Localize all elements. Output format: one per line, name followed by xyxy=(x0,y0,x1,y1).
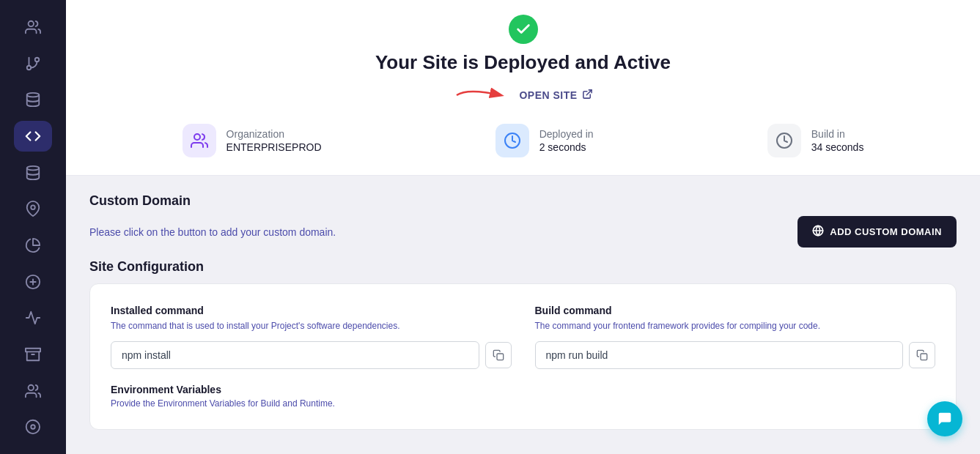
deployed-label: Deployed in xyxy=(539,128,594,140)
build-icon-wrap xyxy=(767,124,801,157)
org-value: ENTERPRISEPROD xyxy=(226,141,322,153)
build-command-desc: The command your frontend framework prov… xyxy=(535,319,936,332)
deployed-value: 2 seconds xyxy=(539,141,594,153)
config-card: Installed command The command that is us… xyxy=(89,283,957,430)
install-command-label: Installed command xyxy=(111,305,512,316)
build-command-input[interactable] xyxy=(535,341,904,369)
svg-point-13 xyxy=(31,425,35,429)
custom-domain-section: Custom Domain Please click on the button… xyxy=(89,193,957,248)
sidebar xyxy=(0,0,66,454)
install-command-copy-button[interactable] xyxy=(485,342,512,368)
svg-point-0 xyxy=(29,21,34,26)
chat-bubble-button[interactable] xyxy=(927,401,962,436)
env-variables-section: Environment Variables Provide the Enviro… xyxy=(111,384,935,409)
sidebar-item-branches[interactable] xyxy=(14,48,52,79)
sidebar-item-code[interactable] xyxy=(14,121,52,152)
svg-point-5 xyxy=(27,165,40,170)
open-site-label: OPEN SITE xyxy=(519,89,577,101)
sidebar-item-users[interactable] xyxy=(14,12,52,42)
build-command-field: Build command The command your frontend … xyxy=(535,305,936,369)
add-domain-label: ADD CUSTOM DOMAIN xyxy=(830,226,942,237)
custom-domain-desc: Please click on the button to add your c… xyxy=(89,226,336,238)
external-link-icon xyxy=(582,89,593,102)
install-command-input[interactable] xyxy=(111,341,479,369)
env-variables-label: Environment Variables xyxy=(111,384,935,395)
install-command-row xyxy=(111,341,512,369)
build-command-row xyxy=(535,341,936,369)
hero-section: Your Site is Deployed and Active OPEN SI… xyxy=(66,0,980,176)
svg-rect-21 xyxy=(921,354,927,360)
sidebar-item-layers[interactable] xyxy=(14,157,52,188)
sidebar-item-dollar[interactable] xyxy=(14,267,52,297)
org-icon-wrap xyxy=(183,124,216,157)
svg-point-12 xyxy=(29,384,34,390)
install-command-desc: The command that is used to install your… xyxy=(111,319,512,332)
stats-row: Organization ENTERPRISEPROD Deployed in … xyxy=(95,124,951,157)
svg-rect-10 xyxy=(26,349,40,352)
sidebar-item-database[interactable] xyxy=(14,84,52,115)
build-label: Build in xyxy=(811,128,864,140)
svg-point-15 xyxy=(194,134,200,140)
build-command-copy-button[interactable] xyxy=(909,342,935,368)
open-site-link[interactable]: OPEN SITE xyxy=(519,89,592,102)
open-site-row: OPEN SITE xyxy=(453,84,592,106)
sidebar-item-analytics[interactable] xyxy=(14,302,52,333)
deployed-check-icon xyxy=(509,15,538,44)
content-area: Custom Domain Please click on the button… xyxy=(66,176,980,454)
svg-point-4 xyxy=(27,93,40,97)
sidebar-item-location[interactable] xyxy=(14,193,52,224)
install-command-field: Installed command The command that is us… xyxy=(111,305,512,369)
svg-point-6 xyxy=(31,206,35,210)
sidebar-item-chart[interactable] xyxy=(14,230,52,261)
custom-domain-title: Custom Domain xyxy=(89,193,957,209)
main-content: Your Site is Deployed and Active OPEN SI… xyxy=(66,0,980,454)
org-info: Organization ENTERPRISEPROD xyxy=(226,128,322,153)
env-variables-desc: Provide the Environment Variables for Bu… xyxy=(111,398,935,409)
add-custom-domain-button[interactable]: ADD CUSTOM DOMAIN xyxy=(797,216,957,248)
stat-build: Build in 34 seconds xyxy=(767,124,864,157)
site-config-title: Site Configuration xyxy=(89,259,957,275)
custom-domain-row: Please click on the button to add your c… xyxy=(89,216,957,248)
svg-rect-20 xyxy=(497,354,504,360)
sidebar-item-settings[interactable] xyxy=(14,412,52,442)
hero-title: Your Site is Deployed and Active xyxy=(375,51,671,74)
build-info: Build in 34 seconds xyxy=(811,128,864,153)
config-grid: Installed command The command that is us… xyxy=(111,305,935,369)
sidebar-item-inbox[interactable] xyxy=(14,339,52,370)
svg-line-14 xyxy=(586,90,592,95)
build-value: 34 seconds xyxy=(811,141,864,153)
deployed-info: Deployed in 2 seconds xyxy=(539,128,594,153)
stat-deployed: Deployed in 2 seconds xyxy=(495,124,594,157)
org-label: Organization xyxy=(226,128,322,140)
sidebar-item-team[interactable] xyxy=(14,376,52,406)
build-command-label: Build command xyxy=(535,305,936,316)
arrow-annotation xyxy=(453,84,512,106)
stat-organization: Organization ENTERPRISEPROD xyxy=(183,124,322,157)
site-config-section: Site Configuration Installed command The… xyxy=(89,259,957,430)
globe-icon xyxy=(812,225,824,239)
deployed-icon-wrap xyxy=(495,124,529,157)
